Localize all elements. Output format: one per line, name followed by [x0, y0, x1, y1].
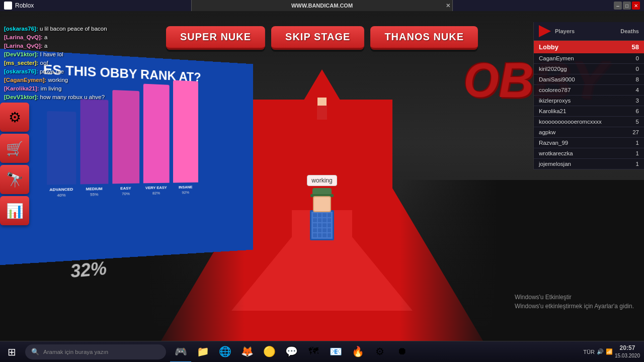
roblox-app-icon: [4, 2, 12, 10]
floor-right: [399, 180, 644, 341]
lobby-score: 58: [632, 43, 639, 51]
super-nuke-button[interactable]: SUPER NUKE: [166, 26, 265, 50]
player-name: Karolika21: [539, 108, 566, 114]
taskbar-roblox[interactable]: 🎮: [170, 341, 191, 363]
player-deaths: 5: [636, 119, 639, 125]
lobby-row: Lobby 58: [534, 41, 644, 53]
taskbar-file-manager[interactable]: 📁: [192, 341, 213, 363]
player-row: CaganEymen0: [534, 53, 644, 64]
app-title: Roblox: [15, 2, 34, 9]
taskbar-maps[interactable]: 🗺: [303, 341, 324, 363]
title-left: Roblox: [4, 2, 34, 10]
deaths-col-header: Deaths: [620, 28, 639, 34]
percent-text: 32%: [69, 258, 107, 282]
players-panel: Players Deaths Lobby 58 CaganEymen0kiril…: [533, 22, 644, 169]
bar-label: VERY EASY: [145, 185, 167, 190]
play-icon: [539, 25, 551, 37]
taskbar-clock: 20:57 15.03.2020: [615, 344, 640, 359]
taskbar-skype[interactable]: 💬: [281, 341, 302, 363]
player-row: wrotkareczka1: [534, 148, 644, 159]
skip-stage-button[interactable]: SKIP STAGE: [271, 26, 364, 50]
player-deaths: 0: [636, 66, 639, 72]
player-name: DaniSasi9000: [539, 76, 575, 82]
players-title-area: Players Deaths: [555, 28, 639, 34]
clock-date: 15.03.2020: [615, 352, 640, 359]
settings-icon[interactable]: ⚙: [0, 103, 29, 132]
bar-label: ADVANCED: [49, 187, 73, 192]
maximize-button[interactable]: □: [623, 2, 631, 10]
player-name: cooloreo787: [539, 87, 571, 93]
tray-volume[interactable]: 🔊: [597, 348, 604, 355]
player-rows-container: CaganEymen0kiril2020gg0DaniSasi90008cool…: [534, 53, 644, 169]
player-row: Karolika216: [534, 106, 644, 117]
bandicam-url: WWW.BANDICAM.COM: [291, 3, 353, 9]
taskbar-mozilla[interactable]: 🔥: [347, 341, 368, 363]
tray-network[interactable]: 📶: [606, 348, 613, 355]
players-header: Players Deaths: [534, 22, 644, 41]
player-deaths: 1: [636, 140, 639, 146]
taskbar-mail[interactable]: 📧: [325, 341, 346, 363]
minimize-button[interactable]: –: [614, 2, 622, 10]
player-body: [310, 210, 334, 240]
player-row: DaniSasi90008: [534, 74, 644, 85]
player-name: jojemelosjan: [539, 161, 571, 167]
taskbar-record[interactable]: ⏺: [391, 341, 413, 363]
bandicam-close[interactable]: ✕: [446, 3, 450, 9]
player-name: CaganEymen: [539, 55, 574, 61]
player-speech-bubble: working: [307, 175, 337, 186]
player-deaths: 27: [632, 129, 639, 135]
taskbar-chrome[interactable]: 🟡: [259, 341, 280, 363]
game-area: ES THIS OBBY RANK AT? ADVANCED 40% MEDIU…: [0, 11, 644, 341]
stats-icon[interactable]: 📊: [0, 196, 29, 225]
window-controls[interactable]: – □ ✕: [614, 2, 640, 10]
difficulty-bar: ADVANCED 40%: [47, 111, 76, 198]
start-button[interactable]: ⊞: [0, 341, 23, 363]
taskbar-firefox[interactable]: 🦊: [236, 341, 258, 363]
enemy-body: [317, 106, 327, 120]
player-name: ikizlerproxys: [539, 98, 571, 104]
player-head: [313, 196, 331, 212]
players-col-header: Players: [555, 28, 575, 34]
tray-language: TÜR: [583, 349, 595, 355]
bar-fill: [80, 99, 108, 185]
bar-label: MEDIUM: [86, 187, 103, 192]
player-character: working: [304, 175, 340, 240]
player-deaths: 8: [636, 76, 639, 82]
close-button[interactable]: ✕: [632, 2, 640, 10]
clock-time: 20:57: [615, 344, 640, 352]
player-row: ikizlerproxys3: [534, 96, 644, 106]
difficulty-bar: INSANE 92%: [173, 80, 198, 195]
player-row: kiril2020gg0: [534, 64, 644, 74]
bar-fill: [47, 111, 76, 185]
player-row: Razvan_991: [534, 138, 644, 148]
lobby-name: Lobby: [539, 43, 558, 51]
player-row: jojemelosjan1: [534, 159, 644, 169]
taskbar-settings[interactable]: ⚙: [369, 341, 390, 363]
enemy-character: [314, 98, 330, 120]
difficulty-bar: EASY 70%: [112, 90, 139, 197]
player-row: agpkw27: [534, 127, 644, 138]
player-deaths: 3: [636, 98, 639, 104]
bar-pct: 40%: [57, 193, 65, 198]
player-name: agpkw: [539, 129, 555, 135]
binoculars-icon[interactable]: 🔭: [0, 165, 29, 194]
player-name: kooooooooooeromcxxxx: [539, 119, 602, 125]
player-row: kooooooooooeromcxxxx5: [534, 117, 644, 127]
player-name: kiril2020gg: [539, 66, 567, 72]
taskbar-browser-edge[interactable]: 🌐: [214, 341, 235, 363]
player-deaths: 0: [636, 55, 639, 61]
player-row: cooloreo7874: [534, 85, 644, 96]
thanos-nuke-button[interactable]: THANOS NUKE: [370, 26, 478, 50]
player-deaths: 1: [636, 161, 639, 167]
player-name: wrotkareczka: [539, 150, 573, 156]
player-deaths: 4: [636, 87, 639, 93]
shop-icon[interactable]: 🛒: [0, 134, 29, 163]
taskbar-search[interactable]: 🔍 Aramak için buraya yazın: [25, 344, 166, 359]
player-deaths: 1: [636, 150, 639, 156]
taskbar-tray: TÜR 🔊 📶 20:57 15.03.2020: [579, 344, 644, 359]
taskbar: ⊞ 🔍 Aramak için buraya yazın 🎮 📁 🌐 🦊 🟡 💬…: [0, 341, 644, 362]
bar-pct: 70%: [122, 192, 130, 196]
windows-activation: Windows'u Etkinleştir Windows'u etkinleş…: [515, 293, 634, 311]
bar-pct: 92%: [182, 190, 189, 195]
player-name: Razvan_99: [539, 140, 568, 146]
